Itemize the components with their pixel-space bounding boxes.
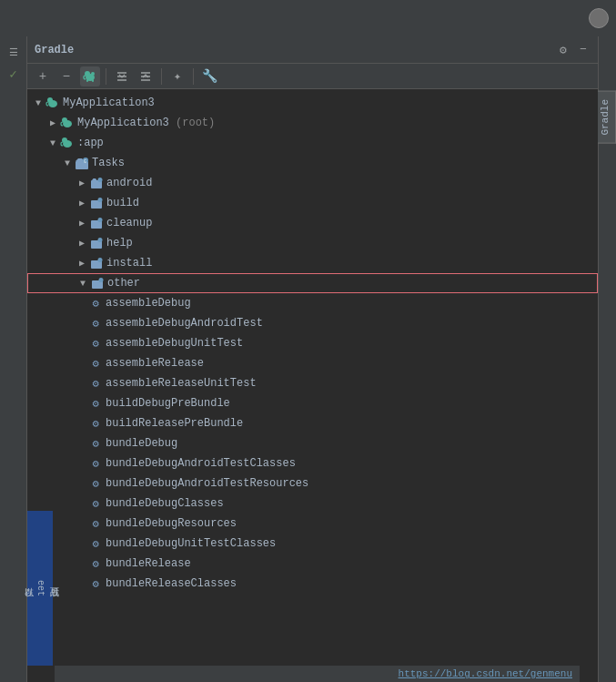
remove-button[interactable]: − [56, 66, 76, 87]
tree-item-help[interactable]: ▶ help [27, 233, 598, 253]
task-label: bundleRelease [106, 557, 191, 570]
tasks-label: Tasks [92, 157, 125, 169]
gear-icon: ⚙ [89, 397, 102, 410]
bottom-overlay: 战后可eet以在 [27, 511, 53, 666]
app-label: :app [77, 137, 104, 149]
gear-icon: ⚙ [89, 317, 102, 330]
install-label: install [106, 257, 152, 270]
expand-all-button[interactable] [112, 66, 132, 87]
tree-item-tasks[interactable]: ▼ G Tasks [27, 153, 598, 173]
tree-item-bundleDebugAndroidTestResources[interactable]: ⚙ bundleDebugAndroidTestResources [27, 473, 598, 494]
root-label: MyApplication3 [63, 97, 155, 109]
tree-item-bundleRelease[interactable]: ⚙ bundleRelease [27, 554, 598, 574]
tree-content[interactable]: ▼ MyApplication3 ▶ MyApplication3 (root) [27, 89, 598, 682]
gear-icon: ⚙ [89, 497, 102, 510]
collapse-all-button[interactable] [136, 66, 156, 87]
svg-rect-3 [86, 79, 88, 82]
toggle-arrow: ▶ [75, 256, 89, 270]
tree-item-assembleRelease[interactable]: ⚙ assembleRelease [27, 353, 598, 373]
svg-point-21 [98, 178, 103, 182]
gear-icon: ⚙ [89, 477, 102, 490]
menu-icon[interactable]: ☰ [5, 44, 22, 60]
help-label: help [106, 237, 133, 249]
settings-icon[interactable]: ⚙ [556, 43, 571, 57]
toggle-arrow: ▼ [45, 136, 60, 150]
build-label: build [106, 197, 139, 209]
gear-icon: ⚙ [89, 337, 102, 350]
right-sidebar: Gradle [598, 36, 616, 682]
tree-item-root-child[interactable]: ▶ MyApplication3 (root) [27, 113, 598, 133]
gear-icon: ⚙ [89, 517, 102, 530]
task-label: assembleDebug [106, 297, 191, 310]
tree-item-build[interactable]: ▶ build [27, 193, 598, 213]
check-icon[interactable]: ✓ [5, 66, 22, 82]
cleanup-folder-icon [89, 216, 104, 230]
tree-item-android[interactable]: ▶ android [27, 173, 598, 193]
tree-item-assembleDebugUnitTest[interactable]: ⚙ assembleDebugUnitTest [27, 333, 598, 353]
toggle-button[interactable]: ✦ [167, 66, 187, 87]
gear-icon: ⚙ [89, 377, 102, 390]
tree-item-other[interactable]: ▼ other [27, 273, 598, 293]
gradle-vertical-tab[interactable]: Gradle [598, 91, 616, 144]
task-label: bundleReleaseClasses [106, 577, 237, 590]
gear-icon: ⚙ [89, 557, 102, 570]
cleanup-label: cleanup [106, 217, 152, 229]
svg-point-27 [98, 238, 103, 242]
svg-point-31 [99, 278, 104, 282]
task-label: bundleDebug [106, 437, 177, 450]
other-folder-icon [90, 276, 105, 290]
elephant-folder-icon [45, 96, 60, 110]
task-label: bundleDebugUnitTestClasses [106, 537, 276, 550]
build-folder-icon [89, 196, 104, 210]
task-label: assembleDebugUnitTest [106, 337, 243, 350]
tree-item-bundleDebugUnitTestClasses[interactable]: ⚙ bundleDebugUnitTestClasses [27, 534, 598, 554]
root-child-label: MyApplication3 (root) [77, 117, 215, 129]
status-bar: https://blog.csdn.net/genmenu [55, 666, 580, 682]
status-url[interactable]: https://blog.csdn.net/genmenu [399, 668, 572, 679]
tree-item-bundleDebugResources[interactable]: ⚙ bundleDebugResources [27, 514, 598, 534]
tree-item-buildDebugPreBundle[interactable]: ⚙ buildDebugPreBundle [27, 393, 598, 413]
task-label: bundleDebugAndroidTestResources [106, 477, 308, 490]
task-label: assembleReleaseUnitTest [106, 377, 257, 390]
tree-item-bundleDebug[interactable]: ⚙ bundleDebug [27, 433, 598, 453]
task-label: assembleRelease [106, 357, 204, 370]
gear-icon: ⚙ [89, 437, 102, 450]
separator-2 [161, 68, 162, 85]
gear-icon: ⚙ [89, 417, 102, 430]
header-icons: ⚙ − [556, 43, 591, 57]
toggle-arrow: ▶ [75, 176, 89, 190]
svg-point-25 [98, 218, 103, 222]
tree-item-install[interactable]: ▶ install [27, 253, 598, 273]
wrench-button[interactable]: 🔧 [199, 66, 219, 87]
avatar [589, 8, 609, 28]
tasks-folder-icon: G [75, 156, 89, 170]
toggle-arrow: ▶ [75, 236, 89, 250]
tree-item-bundleDebugAndroidTestClasses[interactable]: ⚙ bundleDebugAndroidTestClasses [27, 453, 598, 473]
task-label: bundleDebugResources [106, 517, 237, 530]
svg-point-23 [98, 198, 103, 202]
tree-item-buildReleasePreBundle[interactable]: ⚙ buildReleasePreBundle [27, 413, 598, 433]
gear-icon: ⚙ [89, 537, 102, 550]
other-label: other [107, 277, 140, 290]
minimize-icon[interactable]: − [576, 43, 591, 57]
tree-item-assembleDebugAndroidTest[interactable]: ⚙ assembleDebugAndroidTest [27, 313, 598, 333]
tree-item-app[interactable]: ▼ :app [27, 133, 598, 153]
tree-item-assembleDebug[interactable]: ⚙ assembleDebug [27, 293, 598, 313]
elephant-button[interactable] [80, 66, 100, 87]
elephant-folder-icon [60, 136, 75, 150]
tree-item-root[interactable]: ▼ MyApplication3 [27, 93, 598, 113]
tree-item-assembleReleaseUnitTest[interactable]: ⚙ assembleReleaseUnitTest [27, 373, 598, 393]
toggle-arrow: ▶ [75, 216, 89, 230]
tree-item-bundleDebugClasses[interactable]: ⚙ bundleDebugClasses [27, 494, 598, 514]
task-label: bundleDebugAndroidTestClasses [106, 457, 296, 470]
separator-3 [193, 68, 194, 85]
tree-item-cleanup[interactable]: ▶ cleanup [27, 213, 598, 233]
gear-icon: ⚙ [89, 297, 102, 310]
tree-item-bundleReleaseClasses[interactable]: ⚙ bundleReleaseClasses [27, 574, 598, 594]
task-label: buildDebugPreBundle [106, 397, 230, 410]
separator-1 [106, 68, 106, 85]
task-label: assembleDebugAndroidTest [106, 317, 263, 330]
task-label: bundleDebugClasses [106, 497, 224, 510]
add-button[interactable]: + [33, 66, 53, 87]
android-label: android [106, 177, 152, 189]
